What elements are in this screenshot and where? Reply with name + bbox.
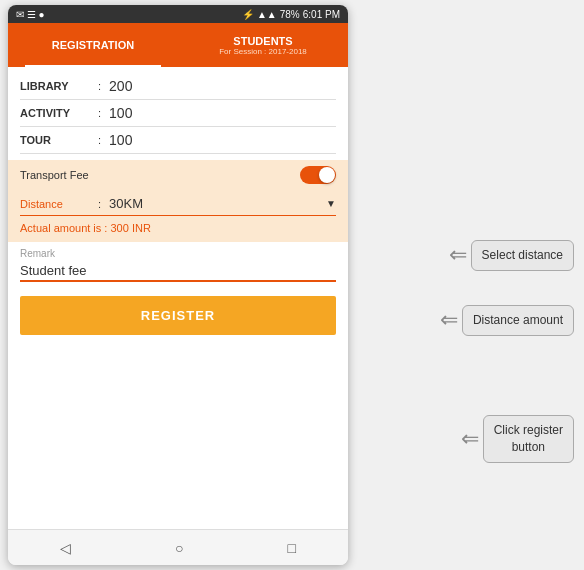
back-nav-icon[interactable]: ◁ (60, 540, 71, 556)
arrow-left-icon-select: ⇐ (449, 244, 467, 266)
fee-row-activity: ACTIVITY : 100 (20, 100, 336, 127)
distance-section: Distance : 30KM ▼ Actual amount is : 300… (8, 190, 348, 242)
annotation-box-distance: Distance amount (462, 305, 574, 336)
remark-input[interactable] (20, 263, 336, 282)
fee-section: LIBRARY : 200 ACTIVITY : 100 TOUR : 100 (8, 67, 348, 160)
distance-colon: : (98, 198, 101, 210)
distance-label: Distance (20, 198, 90, 210)
recents-nav-icon[interactable]: □ (288, 540, 296, 556)
library-label: LIBRARY (20, 80, 90, 92)
tab-bar: REGISTRATION STUDENTS For Session : 2017… (8, 23, 348, 67)
fee-row-library: LIBRARY : 200 (20, 73, 336, 100)
tab-registration[interactable]: REGISTRATION (8, 23, 178, 67)
annotation-distance-amount: ⇐ Distance amount (440, 305, 574, 336)
actual-amount-text: Actual amount is : 300 INR (20, 216, 336, 238)
library-colon: : (98, 80, 101, 92)
distance-row: Distance : 30KM ▼ (20, 196, 336, 216)
content-area: LIBRARY : 200 ACTIVITY : 100 TOUR : 100 (8, 67, 348, 529)
remark-section: Remark (8, 242, 348, 288)
status-bar: ✉ ☰ ● ⚡ ▲▲ 78% 6:01 PM (8, 5, 348, 23)
distance-value: 30KM (109, 196, 326, 211)
signal-icons: ▲▲ (257, 9, 277, 20)
tab-students[interactable]: STUDENTS For Session : 2017-2018 (178, 23, 348, 67)
tour-value: 100 (109, 132, 336, 148)
tour-colon: : (98, 134, 101, 146)
status-left: ✉ ☰ ● (16, 9, 45, 20)
remark-label: Remark (20, 248, 336, 259)
activity-value: 100 (109, 105, 336, 121)
arrow-left-icon-distance: ⇐ (440, 309, 458, 331)
library-value: 200 (109, 78, 336, 94)
transport-section: Transport Fee (8, 160, 348, 190)
register-button[interactable]: REGISTER (20, 296, 336, 335)
transport-toggle[interactable] (300, 166, 336, 184)
annotation-box-register: Click registerbutton (483, 415, 574, 463)
register-section: REGISTER (8, 288, 348, 343)
battery-percent: 78% (280, 9, 300, 20)
charging-icon: ⚡ (242, 9, 254, 20)
bottom-nav: ◁ ○ □ (8, 529, 348, 565)
home-nav-icon[interactable]: ○ (175, 540, 183, 556)
fee-row-tour: TOUR : 100 (20, 127, 336, 154)
activity-colon: : (98, 107, 101, 119)
time-display: 6:01 PM (303, 9, 340, 20)
status-right: ⚡ ▲▲ 78% 6:01 PM (242, 9, 340, 20)
annotation-select-distance: ⇐ Select distance (449, 240, 574, 271)
annotation-box-select: Select distance (471, 240, 574, 271)
activity-label: ACTIVITY (20, 107, 90, 119)
arrow-left-icon-register: ⇐ (461, 428, 479, 450)
toggle-knob (319, 167, 335, 183)
notification-icons: ✉ ☰ ● (16, 9, 45, 20)
transport-label: Transport Fee (20, 169, 89, 181)
phone-frame: ✉ ☰ ● ⚡ ▲▲ 78% 6:01 PM REGISTRATION STUD… (8, 5, 348, 565)
annotation-register: ⇐ Click registerbutton (461, 415, 574, 463)
dropdown-arrow-icon[interactable]: ▼ (326, 198, 336, 209)
tour-label: TOUR (20, 134, 90, 146)
register-annotation-text: Click registerbutton (494, 423, 563, 454)
